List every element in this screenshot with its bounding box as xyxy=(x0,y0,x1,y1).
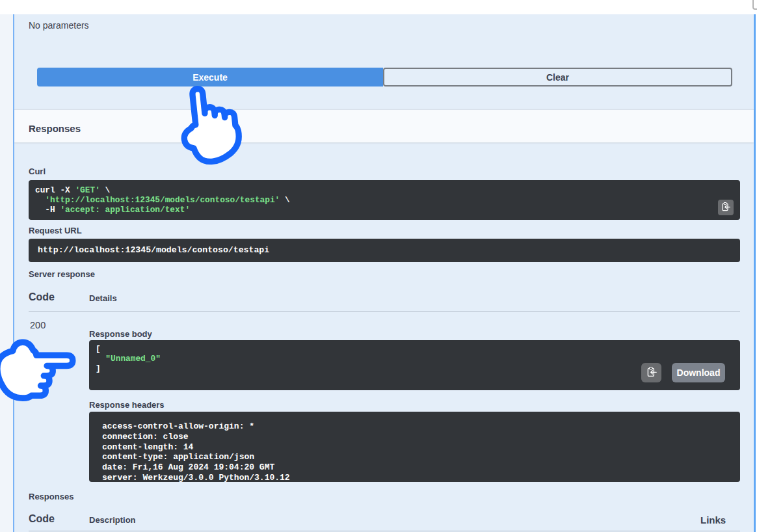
response-body-open: [ xyxy=(96,345,734,354)
swagger-operation-page: No parameters Execute Clear Responses Cu… xyxy=(0,0,757,532)
no-parameters-text: No parameters xyxy=(29,20,89,31)
copy-curl-button[interactable] xyxy=(718,200,734,215)
download-button[interactable]: Download xyxy=(672,363,725,382)
response-header-line: content-length: 14 xyxy=(102,442,727,453)
server-response-details-header: Details xyxy=(89,293,117,303)
curl-label: Curl xyxy=(29,166,46,176)
response-headers-block: access-control-allow-origin: * connectio… xyxy=(89,412,740,482)
response-body-block: [ "Unnamed_0" ] Download xyxy=(89,340,740,390)
table-header-divider xyxy=(29,311,740,312)
curl-line-3: -H 'accept: application/text' xyxy=(35,205,734,215)
curl-line-2: 'http://localhost:12345/models/contoso/t… xyxy=(35,195,734,205)
request-url-label: Request URL xyxy=(29,226,82,235)
scrollbar-thumb[interactable] xyxy=(752,0,757,10)
response-header-line: server: Werkzeug/3.0.0 Python/3.10.12 xyxy=(102,473,727,482)
responses-section-header[interactable]: Responses xyxy=(14,109,754,142)
response-body-label: Response body xyxy=(89,329,152,339)
curl-line-1: curl -X 'GET' \ xyxy=(35,185,734,195)
server-response-label: Server response xyxy=(29,269,95,279)
responses-description-header: Description xyxy=(89,515,136,525)
responses-table-label: Responses xyxy=(29,492,73,501)
execute-button[interactable]: Execute xyxy=(37,68,383,86)
request-url-value: http://localhost:12345/models/contoso/te… xyxy=(38,245,269,255)
response-body-close: ] xyxy=(96,364,734,374)
responses-table-divider xyxy=(29,531,740,531)
response-header-line: connection: close xyxy=(102,432,727,442)
response-headers-label: Response headers xyxy=(89,400,165,410)
copy-response-button[interactable] xyxy=(641,363,661,382)
response-header-line: date: Fri,16 Aug 2024 19:04:20 GMT xyxy=(102,462,727,473)
responses-section-title: Responses xyxy=(29,123,81,134)
response-body-value: "Unnamed_0" xyxy=(96,354,734,364)
responses-links-header: Links xyxy=(700,514,726,525)
server-response-code-header: Code xyxy=(29,291,55,303)
curl-command-block: curl -X 'GET' \ 'http://localhost:12345/… xyxy=(29,180,740,220)
page-left-gutter xyxy=(0,14,13,532)
response-header-line: access-control-allow-origin: * xyxy=(102,421,727,432)
clear-button[interactable]: Clear xyxy=(383,68,732,86)
request-url-block: http://localhost:12345/models/contoso/te… xyxy=(29,239,740,262)
copy-to-clipboard-icon xyxy=(646,366,657,380)
status-code-200: 200 xyxy=(30,320,46,330)
copy-to-clipboard-icon xyxy=(721,202,731,214)
responses-code-header: Code xyxy=(29,513,55,525)
response-header-line: content-type: application/json xyxy=(102,452,727,462)
